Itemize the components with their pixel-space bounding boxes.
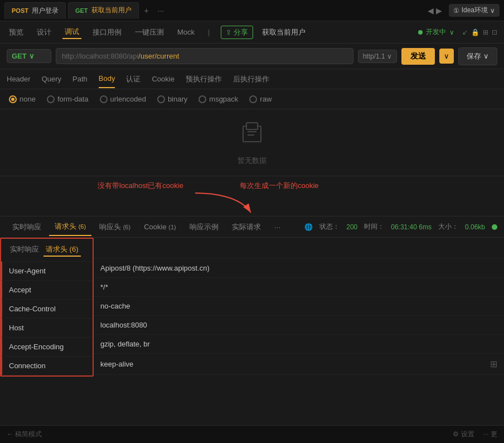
globe-icon: 🌐: [304, 223, 313, 231]
protocol-select[interactable]: http/1.1 ∨: [358, 50, 397, 63]
time-value: 06:31:40 6ms: [391, 223, 432, 231]
radio-none-circle: [9, 95, 17, 103]
method-label: GET: [12, 52, 27, 60]
header-key-4: Accept-Encoding: [1, 338, 93, 357]
save-label: 保存: [467, 51, 481, 61]
body-type-bar: none form-data urlencoded binary msgpack…: [0, 89, 504, 109]
resp-tab-response-headers[interactable]: 响应头 (6): [94, 219, 136, 235]
resp-tab-actual[interactable]: 实际请求: [226, 219, 266, 235]
nav-tab-cookie[interactable]: Cookie: [152, 70, 174, 88]
body-type-urlencoded[interactable]: urlencoded: [100, 95, 146, 103]
resp-tab-reqheader-badge: (6): [79, 223, 86, 230]
env-selector[interactable]: ① Idea环境 ∨: [449, 4, 500, 17]
header-val-5: keep-alive ⊞: [94, 354, 504, 375]
toolbar-design[interactable]: 设计: [35, 26, 54, 38]
save-arrow-icon: ∨: [483, 52, 489, 60]
settings-link[interactable]: ⚙ 设置: [453, 430, 474, 439]
resp-tab-realtime-label: 实时响应: [12, 223, 41, 231]
bottom-simple-mode[interactable]: ← 稿简模式: [7, 430, 42, 439]
toolbar-icon-4[interactable]: ⊡: [492, 28, 497, 36]
resp-tab-example[interactable]: 响应示例: [184, 219, 224, 235]
left-panel: 实时响应 请求头 (6) User-Agent Accept Cache-Con…: [0, 238, 94, 377]
nav-tab-query[interactable]: Query: [42, 70, 61, 88]
env-icon: ①: [453, 7, 459, 15]
nav-tab-post-exec[interactable]: 后执行操作: [233, 70, 269, 89]
protocol-arrow-icon: ∨: [387, 52, 392, 60]
nav-tab-header[interactable]: Header: [7, 70, 31, 88]
response-container: 实时响应 请求头 (6) User-Agent Accept Cache-Con…: [0, 238, 504, 377]
share-button[interactable]: ⇪ 分享: [221, 26, 253, 39]
right-panel: Apipost/8 (https://www.apipost.cn) */* n…: [94, 238, 504, 377]
tab-nav-right[interactable]: ▶: [436, 6, 442, 15]
dev-status-arrow[interactable]: ∨: [449, 28, 454, 36]
env-arrow-icon: ∨: [490, 7, 495, 15]
share-icon: ⇪: [226, 28, 231, 36]
url-input[interactable]: http://localhost:8080/api /user/current: [56, 48, 353, 64]
header-val-1: */*: [94, 278, 504, 297]
tab-post-title: 用户登录: [32, 6, 59, 16]
send-dropdown-button[interactable]: ∨: [439, 49, 454, 64]
size-value: 0.06kb: [465, 223, 485, 231]
more-link[interactable]: ··· 更: [483, 430, 497, 439]
send-button[interactable]: 发送: [401, 48, 435, 65]
radio-none-label: none: [20, 95, 36, 103]
body-type-form-data[interactable]: form-data: [47, 95, 89, 103]
toolbar-mock[interactable]: Mock: [175, 27, 197, 37]
body-type-raw[interactable]: raw: [249, 95, 272, 103]
left-tab-request-headers[interactable]: 请求头 (6): [43, 243, 81, 257]
expand-table-icon[interactable]: ⊞: [490, 359, 497, 369]
resp-tab-request-headers[interactable]: 请求头 (6): [49, 218, 91, 236]
nav-tab-pre-exec[interactable]: 预执行操作: [186, 70, 222, 89]
body-type-binary[interactable]: binary: [157, 95, 187, 103]
toolbar: 预览 设计 调试 接口用例 一键压测 Mock | ⇪ 分享 获取当前用户 开发…: [0, 21, 504, 44]
nav-tabs: Header Query Path Body 认证 Cookie 预执行操作 后…: [0, 69, 504, 89]
body-type-msgpack[interactable]: msgpack: [198, 95, 238, 103]
toolbar-stress[interactable]: 一键压测: [133, 26, 166, 38]
radio-formdata-label: form-data: [57, 95, 89, 103]
nav-tab-body[interactable]: Body: [99, 70, 115, 88]
annotation-text-2: 每次生成一个新的cookie: [240, 181, 319, 191]
left-tab-realtime[interactable]: 实时响应: [8, 243, 41, 257]
header-key-1: Accept: [1, 281, 93, 300]
method-select[interactable]: GET ∨: [7, 49, 51, 63]
get-method-badge: GET: [75, 7, 88, 14]
header-key-5: Connection: [1, 357, 93, 375]
toolbar-debug[interactable]: 调试: [62, 26, 81, 39]
empty-state: 暂无数据: [0, 109, 504, 176]
tab-nav-left[interactable]: ◀: [428, 6, 434, 15]
dev-status-dot: [418, 30, 423, 35]
tab-bar: POST 用户登录 GET 获取当前用户 + ··· ◀ ▶ ① Idea环境 …: [0, 0, 504, 21]
dev-status: 开发中 ∨ ↙ 🔒 ⊞ ⊡: [418, 27, 497, 37]
header-val-4: gzip, deflate, br: [94, 335, 504, 354]
resp-tab-realtime[interactable]: 实时响应: [7, 219, 47, 235]
body-type-none[interactable]: none: [9, 95, 36, 103]
header-val-2: no-cache: [94, 297, 504, 316]
resp-tab-more[interactable]: ···: [269, 219, 287, 235]
radio-raw-label: raw: [260, 95, 272, 103]
toolbar-icon-3[interactable]: ⊞: [483, 28, 488, 36]
left-panel-tabs: 实时响应 请求头 (6): [1, 239, 93, 262]
send-label: 发送: [410, 51, 426, 61]
toolbar-icon-2[interactable]: 🔒: [471, 28, 479, 36]
header-key-3: Host: [1, 319, 93, 338]
method-arrow-icon: ∨: [29, 52, 35, 60]
empty-text: 暂无数据: [238, 156, 266, 166]
nav-tab-path[interactable]: Path: [72, 70, 88, 88]
resp-tab-cookie-badge: (1): [168, 224, 176, 230]
req-headers-values: Apipost/8 (https://www.apipost.cn) */* n…: [94, 259, 504, 375]
empty-icon: [239, 119, 265, 151]
tab-post-login[interactable]: POST 用户登录: [4, 2, 66, 19]
save-button[interactable]: 保存 ∨: [458, 47, 497, 65]
toolbar-preview[interactable]: 预览: [7, 26, 26, 38]
toolbar-icon-1[interactable]: ↙: [462, 28, 468, 36]
nav-tab-auth[interactable]: 认证: [126, 70, 140, 89]
resp-tab-cookie[interactable]: Cookie (1): [138, 219, 182, 234]
tab-get-current-user[interactable]: GET 获取当前用户: [68, 2, 139, 19]
radio-raw-circle: [249, 95, 257, 103]
radio-msgpack-label: msgpack: [209, 95, 238, 103]
toolbar-examples[interactable]: 接口用例: [90, 26, 124, 38]
tab-plus-button[interactable]: +: [141, 6, 152, 15]
share-label: 分享: [234, 27, 248, 37]
tab-dots-button[interactable]: ···: [154, 6, 168, 15]
bottom-right-tools: ⚙ 设置 ··· 更: [453, 430, 497, 439]
